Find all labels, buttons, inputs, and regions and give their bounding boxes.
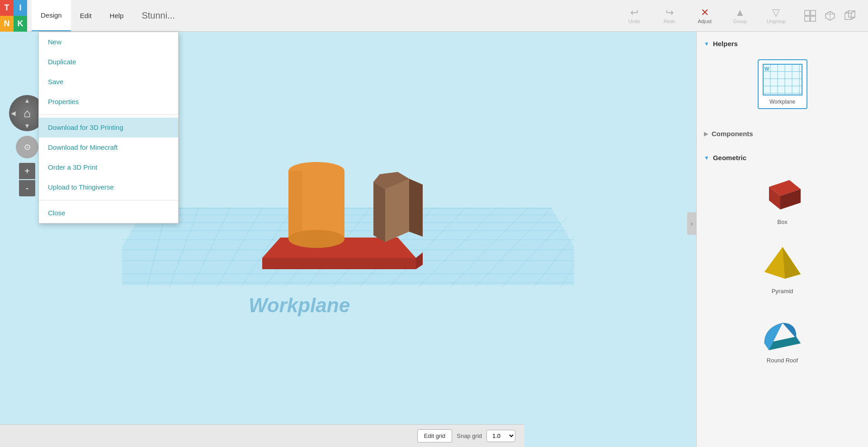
menu-item-save[interactable]: Save [39, 72, 178, 92]
box-label: Box [777, 219, 787, 225]
zoom-controls: + - [19, 163, 35, 196]
group-label: Group [733, 19, 747, 24]
toolbar-actions: ↩ Undo ↪ Redo ✕ Adjust ▲ Group ▽ Ungroup [618, 5, 859, 27]
workplane-grid-icon: W [762, 63, 803, 96]
workplane-card[interactable]: W Workplane [758, 59, 807, 109]
geometric-section: ▼ Geometric Box [697, 146, 868, 377]
3d-view-button[interactable] [821, 7, 839, 25]
round-roof-label: Round Roof [767, 357, 798, 364]
bottom-bar: Edit grid Snap grid 1.0 0.5 0.25 2.0 [0, 424, 524, 447]
logo-k: K [14, 16, 27, 32]
undo-label: Undo [628, 19, 640, 24]
helpers-section-header[interactable]: ▼ Helpers [704, 36, 861, 51]
scene-svg: Workplane [122, 81, 574, 353]
reset-icon: ⊙ [24, 142, 31, 152]
shape-round-roof[interactable]: Round Roof [751, 308, 814, 368]
red-base [262, 238, 423, 269]
menu-divider-1 [39, 114, 178, 115]
redo-icon: ↪ [665, 8, 674, 18]
snap-grid-select[interactable]: 1.0 0.5 0.25 2.0 [486, 430, 515, 442]
shapes-grid: Box Pyramid [704, 165, 861, 373]
components-section-header[interactable]: ▶ Components [704, 126, 861, 141]
home-icon: ⌂ [24, 106, 31, 120]
menu-item-upload-thingiverse[interactable]: Upload to Thingiverse [39, 177, 178, 197]
box-view-button[interactable] [841, 7, 859, 25]
menu-divider-2 [39, 200, 178, 200]
zoom-out-button[interactable]: - [19, 180, 35, 196]
nav-down-arrow[interactable]: ▼ [24, 122, 30, 129]
geometric-arrow-icon: ▼ [704, 155, 709, 161]
adjust-icon: ✕ [701, 8, 709, 18]
zoom-in-button[interactable]: + [19, 163, 35, 179]
header: T I N K Design Edit Help Stunni... ↩ Und… [0, 0, 868, 32]
nav-left-arrow[interactable]: ◀ [11, 109, 16, 117]
adjust-button[interactable]: ✕ Adjust [689, 5, 721, 27]
logo-t: T [0, 0, 14, 16]
svg-rect-4 [845, 13, 851, 19]
group-icon: ▲ [735, 8, 745, 18]
geometric-section-header[interactable]: ▼ Geometric [704, 150, 861, 165]
redo-label: Redo [664, 19, 675, 24]
pyramid-label: Pyramid [772, 288, 793, 295]
components-label: Components [712, 130, 753, 138]
components-section: ▶ Components [697, 122, 868, 146]
undo-button[interactable]: ↩ Undo [618, 5, 650, 27]
nav-up-arrow[interactable]: ▲ [24, 97, 30, 104]
reset-view-button[interactable]: ⊙ [16, 136, 38, 158]
menu-item-new[interactable]: New [39, 32, 178, 52]
svg-rect-3 [811, 16, 816, 21]
menu-item-download-3d[interactable]: Download for 3D Printing [39, 118, 178, 138]
nav-help[interactable]: Help [101, 0, 133, 31]
menu-item-properties[interactable]: Properties [39, 92, 178, 112]
ungroup-button[interactable]: ▽ Ungroup [760, 5, 793, 27]
svg-text:Workplane: Workplane [249, 294, 350, 316]
logo: T I N K [0, 0, 27, 32]
svg-rect-1 [811, 10, 816, 15]
menu-item-order-print[interactable]: Order a 3D Print [39, 157, 178, 177]
undo-icon: ↩ [630, 8, 638, 18]
menu-item-close[interactable]: Close [39, 203, 178, 223]
menu-item-download-minecraft[interactable]: Download for Minecraft [39, 138, 178, 157]
svg-rect-0 [805, 10, 810, 15]
nav-edit[interactable]: Edit [71, 0, 101, 31]
components-arrow-icon: ▶ [704, 131, 708, 137]
nav-design[interactable]: Design [32, 0, 71, 31]
geometric-label: Geometric [713, 154, 746, 162]
svg-marker-37 [262, 258, 416, 269]
shape-pyramid[interactable]: Pyramid [751, 239, 814, 299]
svg-marker-46 [409, 179, 423, 237]
svg-marker-44 [373, 182, 385, 242]
box-shape-image [760, 174, 805, 215]
edit-grid-button[interactable]: Edit grid [417, 429, 453, 442]
pyramid-shape-image [760, 243, 805, 284]
round-roof-shape-image [760, 313, 805, 353]
redo-button[interactable]: ↪ Redo [654, 5, 685, 27]
panel-collapse-button[interactable]: › [687, 212, 696, 235]
brown-hexprism [373, 172, 423, 242]
workplane-card-container: W Workplane [704, 55, 861, 114]
dropdown-menu: New Duplicate Save Properties Download f… [38, 32, 179, 224]
helpers-section: ▼ Helpers [697, 32, 868, 122]
grid-view-button[interactable] [801, 7, 819, 25]
chevron-right-icon: › [691, 220, 693, 227]
ungroup-label: Ungroup [767, 19, 786, 24]
right-panel: ▼ Helpers [696, 32, 868, 447]
svg-marker-45 [385, 179, 409, 242]
nav-menu: Design Edit Help [32, 0, 132, 31]
svg-marker-63 [764, 247, 785, 279]
shape-box[interactable]: Box [751, 170, 814, 230]
helpers-label: Helpers [713, 40, 738, 48]
svg-rect-42 [288, 171, 302, 239]
helpers-arrow-icon: ▼ [704, 41, 709, 47]
snap-grid-label: Snap grid [457, 433, 482, 439]
group-button[interactable]: ▲ Group [724, 5, 756, 27]
menu-item-duplicate[interactable]: Duplicate [39, 52, 178, 72]
logo-i: I [14, 0, 27, 16]
app-title: Stunni... [142, 10, 175, 21]
svg-text:W: W [764, 66, 769, 71]
svg-rect-2 [805, 16, 810, 21]
workplane-card-label: Workplane [769, 99, 795, 105]
logo-n: N [0, 16, 14, 32]
view-mode-buttons [801, 7, 859, 25]
adjust-label: Adjust [698, 19, 712, 24]
